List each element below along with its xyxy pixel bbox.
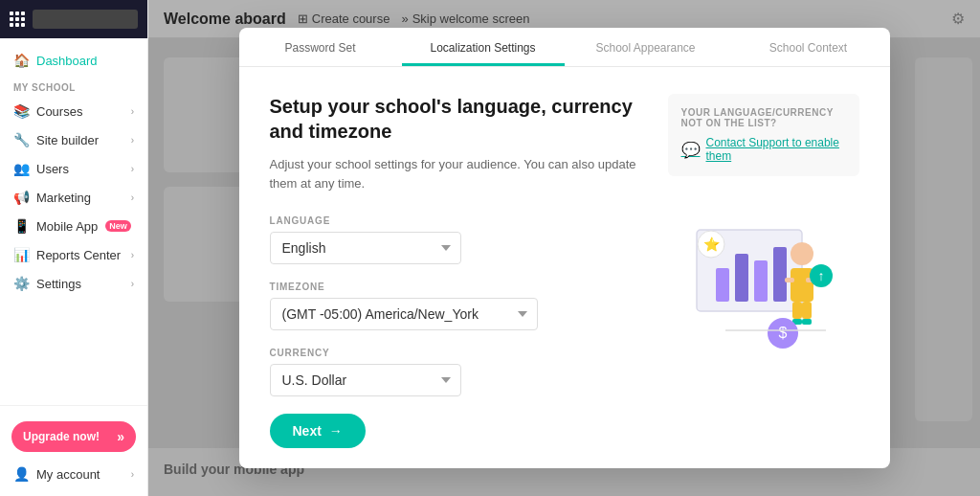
sidebar-item-label: Settings [36, 277, 81, 291]
chevron-right-icon: › [131, 192, 134, 203]
support-box-title: YOUR LANGUAGE/CURRENCY NOT ON THE LIST? [681, 107, 846, 128]
modal-left: Setup your school's language, currency a… [270, 94, 645, 448]
users-icon: 👥 [13, 161, 29, 176]
account-icon: 👤 [13, 466, 29, 482]
timezone-select[interactable]: (GMT -05:00) America/New_York (GMT +00:0… [270, 298, 538, 330]
chevron-right-icon: › [131, 106, 134, 117]
localization-modal: Password Set Localization Settings Schoo… [239, 28, 890, 468]
sidebar-item-label: Courses [36, 104, 82, 119]
svg-rect-3 [754, 260, 768, 302]
sidebar-item-label: Site builder [36, 133, 99, 147]
currency-field-group: CURRENCY U.S. Dollar Euro British Pound [270, 348, 645, 396]
chat-icon: 💬 [681, 141, 701, 159]
sidebar-item-label: Users [36, 162, 69, 176]
chevron-right-icon: › [131, 135, 134, 146]
wizard-step-label: Localization Settings [430, 41, 535, 55]
support-link-label: Contact Support to enable them [706, 136, 846, 163]
modal-right: YOUR LANGUAGE/CURRENCY NOT ON THE LIST? … [668, 94, 859, 448]
svg-rect-1 [716, 268, 729, 302]
sidebar-item-settings[interactable]: ⚙️ Settings › [0, 269, 147, 298]
sidebar-item-label: Dashboard [36, 54, 98, 68]
language-label: LANGUAGE [270, 215, 645, 226]
wizard-steps: Password Set Localization Settings Schoo… [239, 28, 890, 67]
sidebar-item-site-builder[interactable]: 🔧 Site builder › [0, 125, 147, 154]
svg-rect-14 [802, 319, 812, 325]
sidebar-menu: 🏠 Dashboard MY SCHOOL 📚 Courses › 🔧 Site… [0, 38, 147, 405]
main-content: Welcome aboard ⊞ Create course » Skip we… [148, 0, 980, 496]
arrows-icon: » [117, 429, 124, 444]
svg-text:⭐: ⭐ [702, 237, 720, 253]
svg-rect-4 [773, 247, 787, 302]
arrow-right-icon: → [329, 423, 343, 439]
wizard-step-password[interactable]: Password Set [239, 28, 402, 66]
sidebar-item-label: My account [36, 467, 100, 482]
reports-icon: 📊 [13, 247, 29, 262]
chevron-right-icon: › [131, 250, 134, 260]
wizard-step-appearance[interactable]: School Appearance [565, 28, 727, 66]
sidebar-item-label: Marketing [36, 191, 91, 205]
upgrade-button[interactable]: Upgrade now! » [11, 421, 136, 452]
support-box: YOUR LANGUAGE/CURRENCY NOT ON THE LIST? … [668, 94, 859, 176]
currency-select[interactable]: U.S. Dollar Euro British Pound [270, 364, 461, 396]
language-field-group: LANGUAGE English Spanish French [270, 215, 645, 264]
svg-rect-2 [735, 254, 748, 302]
sidebar: 🏠 Dashboard MY SCHOOL 📚 Courses › 🔧 Site… [0, 0, 148, 496]
logo-grid-icon [10, 11, 25, 27]
marketing-icon: 📢 [13, 190, 29, 205]
svg-text:$: $ [778, 325, 787, 341]
logo-text [33, 10, 138, 29]
modal-overlay: Password Set Localization Settings Schoo… [148, 0, 980, 496]
new-badge: New [105, 220, 131, 232]
svg-rect-11 [792, 302, 802, 319]
next-button[interactable]: Next → [270, 414, 366, 448]
timezone-label: TIMEZONE [270, 282, 645, 292]
language-select[interactable]: English Spanish French [270, 232, 461, 264]
wizard-step-label: School Appearance [595, 41, 695, 55]
modal-title: Setup your school's language, currency a… [270, 94, 645, 144]
sidebar-item-mobile-app[interactable]: 📱 Mobile App New [0, 212, 147, 240]
chevron-right-icon: › [131, 469, 134, 480]
site-builder-icon: 🔧 [13, 132, 29, 147]
sidebar-item-label: Mobile App [36, 219, 98, 234]
currency-label: CURRENCY [270, 348, 645, 358]
my-school-section-label: MY SCHOOL [0, 75, 147, 97]
svg-text:↑: ↑ [817, 268, 824, 283]
settings-icon: ⚙️ [13, 276, 29, 291]
sidebar-item-my-account[interactable]: 👤 My account › [0, 460, 147, 488]
modal-body: Setup your school's language, currency a… [239, 67, 890, 468]
upgrade-label: Upgrade now! [23, 430, 100, 443]
chevron-right-icon: › [131, 164, 134, 174]
localization-illustration: ⭐ ↑ [668, 192, 840, 364]
sidebar-item-label: Reports Center [36, 248, 121, 262]
modal-description: Adjust your school settings for your aud… [270, 155, 645, 192]
contact-support-link[interactable]: 💬 Contact Support to enable them [681, 136, 846, 163]
sidebar-item-users[interactable]: 👥 Users › [0, 154, 147, 183]
wizard-step-label: School Context [769, 41, 847, 55]
illustration: ⭐ ↑ [668, 192, 840, 364]
timezone-field-group: TIMEZONE (GMT -05:00) America/New_York (… [270, 282, 645, 330]
svg-point-7 [791, 242, 813, 265]
svg-rect-9 [785, 278, 794, 282]
chevron-right-icon: › [131, 279, 134, 289]
courses-icon: 📚 [13, 103, 29, 119]
sidebar-bottom: Upgrade now! » 👤 My account › [0, 405, 147, 496]
wizard-step-label: Password Set [284, 41, 355, 55]
sidebar-item-reports[interactable]: 📊 Reports Center › [0, 240, 147, 269]
mobile-app-icon: 📱 [13, 218, 29, 234]
svg-rect-12 [802, 302, 812, 319]
sidebar-item-dashboard[interactable]: 🏠 Dashboard [0, 46, 147, 75]
sidebar-item-marketing[interactable]: 📢 Marketing › [0, 183, 147, 212]
wizard-step-context[interactable]: School Context [727, 28, 890, 66]
sidebar-logo [0, 0, 147, 38]
sidebar-item-courses[interactable]: 📚 Courses › [0, 97, 147, 125]
wizard-step-localization[interactable]: Localization Settings [402, 28, 565, 66]
next-button-label: Next [293, 423, 322, 439]
dashboard-icon: 🏠 [13, 53, 29, 68]
